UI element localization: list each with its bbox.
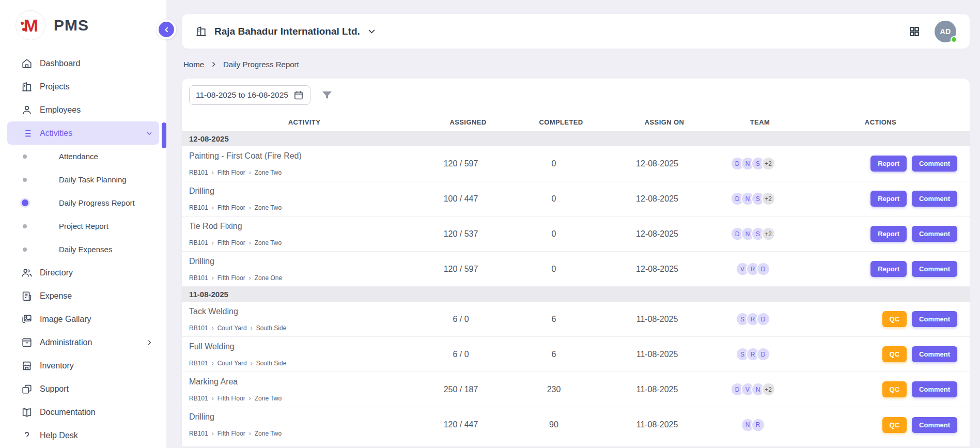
top-bar: Raja Bahadur International Ltd. AD: [182, 14, 970, 49]
sidebar-item-label: Administration: [40, 338, 146, 347]
building-icon: [21, 81, 33, 93]
sidebar-subitem-attendance[interactable]: Attendance: [7, 145, 159, 168]
home-icon: [21, 57, 33, 70]
comment-button[interactable]: Comment: [912, 261, 957, 277]
team-avatars[interactable]: SRD: [709, 312, 797, 326]
sidebar-item-dashboard[interactable]: Dashboard: [7, 52, 159, 75]
sidebar-subitem-project-report[interactable]: Project Report: [7, 214, 159, 238]
building-icon: [195, 25, 207, 37]
app-logo[interactable]: M PMS: [0, 0, 166, 48]
logo-letter: M: [24, 16, 37, 36]
sidebar-item-employees[interactable]: Employees: [7, 98, 159, 121]
report-button[interactable]: Report: [870, 261, 907, 277]
qc-button[interactable]: QC: [882, 311, 907, 327]
grid-icon[interactable]: [909, 26, 920, 37]
group-date-label: 12-08-2025: [189, 134, 229, 143]
bullet-icon: [23, 155, 27, 159]
assign-on-value: 12-08-2025: [605, 194, 709, 204]
sidebar-item-label: Image Gallary: [40, 315, 153, 324]
activity-location-path: RB101Fifth FloorZone Two: [189, 204, 419, 211]
sidebar-item-activities[interactable]: Activities: [7, 121, 159, 145]
sidebar-subitem-label: Project Report: [59, 222, 108, 230]
qc-button[interactable]: QC: [882, 346, 907, 362]
receipt-icon: [21, 290, 33, 302]
table-row: Full Welding RB101Court YardSouth Side 6…: [182, 337, 970, 372]
assigned-value: 120 / 597: [419, 265, 502, 274]
report-button[interactable]: Report: [870, 226, 907, 242]
date-range-value: 11-08-2025 to 16-08-2025: [196, 90, 288, 100]
activity-location-path: RB101Fifth FloorZone Two: [189, 395, 419, 402]
sidebar-subitem-daily-task-planning[interactable]: Daily Task Planning: [7, 168, 159, 191]
completed-value: 6: [502, 315, 605, 324]
team-avatar: D: [756, 312, 770, 326]
completed-value: 0: [502, 194, 605, 204]
table-row: Tack Welding RB101Court YardSouth Side 6…: [182, 302, 970, 337]
team-avatars[interactable]: DNS+2: [709, 192, 797, 206]
logo-icon: M: [15, 10, 45, 40]
sidebar-item-image-gallary[interactable]: Image Gallary: [7, 307, 159, 331]
archive-icon: [21, 336, 33, 349]
qc-button[interactable]: QC: [882, 381, 907, 397]
sidebar-item-projects[interactable]: Projects: [7, 75, 159, 98]
team-avatars[interactable]: SRD: [709, 347, 797, 361]
sidebar-item-directory[interactable]: Directory: [7, 261, 159, 284]
avatar-initials: AD: [940, 27, 951, 36]
date-range-input[interactable]: 11-08-2025 to 16-08-2025: [189, 85, 310, 105]
sidebar-subitem-label: Daily Progress Report: [59, 198, 135, 207]
sidebar-subitem-daily-expenses[interactable]: Daily Expenses: [7, 238, 159, 261]
team-avatars[interactable]: DNS+2: [709, 157, 797, 171]
column-header-assigned: ASSIGNED: [427, 118, 509, 126]
sidebar-item-label: Employees: [40, 105, 153, 115]
sidebar-item-documentation[interactable]: Documentation: [7, 400, 159, 424]
comment-button[interactable]: Comment: [912, 346, 957, 362]
sidebar-item-label: Expense: [40, 291, 153, 301]
sidebar-item-help-desk[interactable]: Help Desk: [7, 424, 159, 447]
question-icon: [21, 429, 33, 442]
assign-on-value: 12-08-2025: [605, 265, 709, 274]
sidebar-item-support[interactable]: Support: [7, 377, 159, 400]
company-selector[interactable]: Raja Bahadur International Ltd.: [195, 25, 376, 37]
comment-button[interactable]: Comment: [912, 156, 957, 172]
column-header-assign-on: ASSIGN ON: [613, 118, 716, 126]
comment-button[interactable]: Comment: [912, 226, 957, 242]
funnel-icon[interactable]: [321, 89, 333, 101]
calendar-icon: [293, 90, 304, 100]
activity-title: Tack Welding: [189, 307, 419, 316]
bullet-icon: [23, 178, 27, 182]
assigned-value: 6 / 0: [419, 350, 502, 359]
activity-location-path: RB101Fifth FloorZone Two: [189, 239, 419, 246]
report-button[interactable]: Report: [870, 191, 907, 207]
sidebar-item-administration[interactable]: Administration: [7, 331, 159, 354]
sidebar-collapse-button[interactable]: [157, 20, 176, 39]
sidebar-subitem-label: Daily Expenses: [59, 245, 112, 254]
activity-title: Full Welding: [189, 342, 419, 351]
report-card: 11-08-2025 to 16-08-2025 ACTIVITY ASSIGN…: [182, 79, 970, 446]
user-avatar[interactable]: AD: [935, 21, 956, 42]
sidebar-subitem-daily-progress-report[interactable]: Daily Progress Report: [7, 191, 159, 214]
qc-button[interactable]: QC: [882, 417, 907, 433]
activity-location-path: RB101Fifth FloorZone Two: [189, 430, 419, 437]
comment-button[interactable]: Comment: [912, 381, 957, 397]
assigned-value: 120 / 447: [419, 420, 502, 429]
table-row: Drilling RB101Fifth FloorZone Two 100 / …: [182, 181, 970, 217]
breadcrumb-home[interactable]: Home: [183, 60, 204, 69]
assign-on-value: 11-08-2025: [605, 385, 709, 394]
table-row: Painting - First Coat (Fire Red) RB101Fi…: [182, 146, 970, 181]
comment-button[interactable]: Comment: [912, 311, 957, 327]
team-avatars[interactable]: VRD: [709, 262, 797, 276]
chevron-down-icon: [146, 130, 153, 137]
comment-button[interactable]: Comment: [912, 191, 957, 207]
sidebar-item-inventory[interactable]: Inventory: [7, 354, 159, 377]
sidebar-item-expense[interactable]: Expense: [7, 284, 159, 307]
team-avatars[interactable]: DNS+2: [709, 227, 797, 241]
assign-on-value: 11-08-2025: [605, 315, 709, 324]
team-avatars[interactable]: NR: [709, 418, 797, 432]
assign-on-value: 12-08-2025: [605, 159, 709, 168]
comment-button[interactable]: Comment: [912, 417, 957, 433]
active-section-indicator: [162, 122, 166, 148]
report-button[interactable]: Report: [870, 156, 907, 172]
assigned-value: 120 / 597: [419, 159, 502, 168]
team-avatars[interactable]: DVN+2: [709, 382, 797, 396]
chevron-down-icon: [367, 27, 376, 36]
table-row: Drilling RB101Fifth FloorZone One 120 / …: [182, 252, 970, 287]
